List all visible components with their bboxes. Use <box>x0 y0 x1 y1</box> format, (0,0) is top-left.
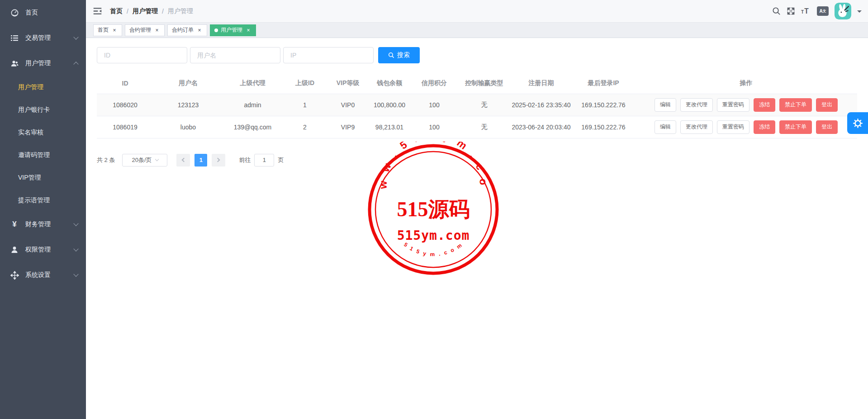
cell-parent-id: 1 <box>282 94 327 116</box>
table-row: 1086020 123123 admin 1 VIP0 100,800.00 1… <box>97 94 857 116</box>
svg-text:T: T <box>801 10 804 14</box>
page-unit-label: 页 <box>278 156 284 164</box>
logout-button[interactable]: 登出 <box>816 120 838 134</box>
tab-contract-manage[interactable]: 合约管理 <box>125 24 165 36</box>
sidebar: 首页 交易管理 用户管理 用户管理 用户银行卡 实名审核 邀请码管理 VIP管理… <box>0 0 86 419</box>
sidebar-item-invite-code[interactable]: 邀请码管理 <box>0 144 86 167</box>
content: 搜索 ID 用户名 上级代理 上级ID VIP等级 钱包余额 信用积分 <box>86 38 868 419</box>
logout-button[interactable]: 登出 <box>816 98 838 112</box>
tab-close-icon[interactable] <box>154 27 160 33</box>
breadcrumb-home[interactable]: 首页 <box>110 7 123 15</box>
submenu-label: 提示语管理 <box>18 196 50 205</box>
dashboard-icon <box>9 9 20 17</box>
pagination: 共 2 条 20条/页 1 前往 页 <box>97 154 857 167</box>
search-button[interactable]: 搜索 <box>378 47 420 63</box>
search-toolbar: 搜索 <box>97 47 857 63</box>
tab-home[interactable]: 首页 <box>93 24 122 36</box>
forbid-order-button[interactable]: 禁止下单 <box>779 120 812 134</box>
prev-page-button[interactable] <box>176 154 190 167</box>
caret-down-icon[interactable] <box>857 10 862 15</box>
change-agent-button[interactable]: 更改代理 <box>680 98 713 112</box>
col-vip-level: VIP等级 <box>327 73 368 94</box>
col-wallet-balance: 钱包余额 <box>368 73 411 94</box>
sidebar-item-realname-audit[interactable]: 实名审核 <box>0 121 86 144</box>
breadcrumb-user-manage[interactable]: 用户管理 <box>133 7 158 15</box>
font-size-icon[interactable]: TT <box>801 7 811 16</box>
sidebar-item-finance[interactable]: ¥ 财务管理 <box>0 212 86 237</box>
sidebar-item-home[interactable]: 首页 <box>0 0 86 25</box>
col-parent-id: 上级ID <box>282 73 327 94</box>
yen-icon: ¥ <box>9 220 20 229</box>
avatar[interactable] <box>835 3 851 19</box>
cell-last-login-ip: 169.150.222.76 <box>572 116 635 138</box>
sidebar-item-label: 交易管理 <box>25 34 51 42</box>
move-arrows-icon <box>9 271 20 280</box>
svg-text:5 1 5 y m . c o m: 5 1 5 y m . c o m <box>403 241 464 257</box>
freeze-button[interactable]: 冻结 <box>754 98 775 112</box>
person-icon <box>9 246 20 254</box>
main-area: 首页 / 用户管理 / 用户管理 TT A文 <box>86 0 868 419</box>
search-icon[interactable] <box>772 7 781 15</box>
username-search-input[interactable] <box>190 47 280 63</box>
page-size-select[interactable]: 20条/页 <box>122 154 167 167</box>
cell-credit-score: 100 <box>411 94 458 116</box>
sidebar-item-permission[interactable]: 权限管理 <box>0 237 86 262</box>
cell-vip-level: VIP0 <box>327 94 368 116</box>
ip-search-input[interactable] <box>283 47 374 63</box>
reset-password-button[interactable]: 重置密码 <box>717 120 749 134</box>
cell-wallet-balance: 98,213.01 <box>368 116 411 138</box>
edit-button[interactable]: 编辑 <box>655 120 676 134</box>
breadcrumb-separator: / <box>127 8 128 15</box>
admin-app: 首页 交易管理 用户管理 用户管理 用户银行卡 实名审核 邀请码管理 VIP管理… <box>0 0 868 419</box>
chevron-down-icon <box>73 246 78 251</box>
watermark-site: 515ym.com <box>397 228 470 243</box>
breadcrumb: 首页 / 用户管理 / 用户管理 <box>110 7 193 15</box>
chevron-down-icon <box>73 34 78 39</box>
cell-id: 1086019 <box>97 116 153 138</box>
tab-contract-orders[interactable]: 合约订单 <box>167 24 207 36</box>
next-page-button[interactable] <box>212 154 225 167</box>
translate-icon[interactable]: A文 <box>817 6 829 16</box>
fullscreen-icon[interactable] <box>787 7 795 15</box>
forbid-order-button[interactable]: 禁止下单 <box>779 98 812 112</box>
svg-text:T: T <box>804 7 809 15</box>
tab-label: 合约管理 <box>129 26 151 34</box>
col-actions: 操作 <box>635 73 857 94</box>
tags-bar: 首页 合约管理 合约订单 用户管理 <box>86 23 868 38</box>
chevron-left-icon <box>182 158 186 162</box>
id-search-input[interactable] <box>97 47 187 63</box>
edit-button[interactable]: 编辑 <box>655 98 676 112</box>
tab-label: 首页 <box>98 26 109 34</box>
sidebar-item-prompt-manage[interactable]: 提示语管理 <box>0 189 86 212</box>
sidebar-item-trade[interactable]: 交易管理 <box>0 25 86 51</box>
col-register-date: 注册日期 <box>511 73 572 94</box>
users-icon <box>9 59 20 68</box>
hamburger-icon[interactable] <box>93 6 103 16</box>
page-number-button[interactable]: 1 <box>194 154 207 167</box>
pagination-total: 共 2 条 <box>97 156 115 164</box>
cell-agent: 139@qq.com <box>223 116 282 138</box>
tab-user-manage[interactable]: 用户管理 <box>210 24 256 36</box>
settings-button[interactable] <box>847 112 868 134</box>
sidebar-item-vip-manage[interactable]: VIP管理 <box>0 167 86 189</box>
sidebar-item-user-manage[interactable]: 用户管理 <box>0 76 86 99</box>
cell-register-date: 2025-02-16 23:35:40 <box>511 94 572 116</box>
reset-password-button[interactable]: 重置密码 <box>717 98 749 112</box>
tab-close-icon[interactable] <box>196 27 203 33</box>
goto-page-group: 前往 页 <box>239 154 284 167</box>
sidebar-submenu-users: 用户管理 用户银行卡 实名审核 邀请码管理 VIP管理 提示语管理 <box>0 76 86 212</box>
page-size-value: 20条/页 <box>132 156 152 164</box>
freeze-button[interactable]: 冻结 <box>754 120 775 134</box>
change-agent-button[interactable]: 更改代理 <box>680 120 713 134</box>
goto-page-input[interactable] <box>254 154 274 167</box>
search-button-label: 搜索 <box>397 51 410 59</box>
tab-close-icon[interactable] <box>111 27 118 33</box>
row-actions: 编辑 更改代理 重置密码 冻结 禁止下单 登出 <box>635 98 857 112</box>
sidebar-item-system-settings[interactable]: 系统设置 <box>0 262 86 288</box>
sidebar-item-users[interactable]: 用户管理 <box>0 51 86 76</box>
col-win-control: 控制输赢类型 <box>458 73 511 94</box>
sidebar-item-label: 首页 <box>25 9 38 17</box>
cell-last-login-ip: 169.150.222.76 <box>572 94 635 116</box>
tab-close-icon[interactable] <box>245 27 251 33</box>
sidebar-item-user-bankcard[interactable]: 用户银行卡 <box>0 99 86 121</box>
